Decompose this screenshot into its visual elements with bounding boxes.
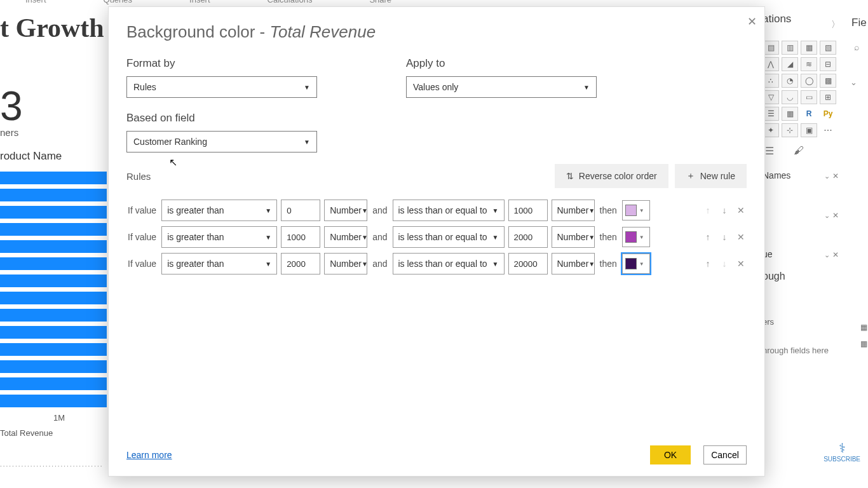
close-icon[interactable]: ✕ (747, 15, 757, 29)
rule-value-2-input[interactable] (508, 253, 548, 274)
rule-value-1-input[interactable] (281, 226, 320, 248)
move-rule-down-icon[interactable]: ↓ (719, 232, 730, 242)
caret-down-icon: ▼ (265, 261, 271, 268)
ribbon-chart-icon[interactable]: ≋ (801, 57, 817, 71)
rule-type-2-select[interactable]: Number▼ (552, 253, 595, 274)
collapse-pane-icon[interactable]: 〉 (831, 19, 840, 30)
format-tab-icon[interactable]: 🖌 (792, 144, 806, 158)
then-label: then (599, 259, 618, 269)
area-chart-icon[interactable]: ◢ (782, 57, 798, 71)
rule-color-picker[interactable]: ▼ (622, 227, 650, 247)
keep-all-filters-label: ers (763, 317, 839, 327)
caret-down-icon: ▼ (588, 234, 595, 241)
ribbon-group: Insert (25, 0, 46, 4)
ok-button[interactable]: OK (650, 445, 691, 464)
pie-icon[interactable]: ◔ (782, 74, 798, 88)
rule-operator-1-select[interactable]: is greater than▼ (161, 200, 277, 221)
rule-value-1-input[interactable] (281, 253, 320, 274)
caret-down-icon: ▼ (639, 234, 644, 240)
apply-to-select[interactable]: Values only▼ (406, 76, 597, 98)
caret-down-icon: ▼ (639, 261, 644, 267)
rule-operator-1-select[interactable]: is greater than▼ (161, 253, 277, 274)
r-visual-icon[interactable]: R (801, 107, 817, 121)
stacked-column-icon[interactable]: ▦ (801, 41, 817, 55)
more-visuals-icon[interactable]: ··· (820, 123, 836, 137)
chevron-down-icon[interactable]: ⌄ (850, 78, 857, 87)
clustered-column-icon[interactable]: ▧ (820, 41, 836, 55)
py-visual-icon[interactable]: Py (820, 107, 836, 121)
matrix-icon[interactable]: ▦ (782, 107, 798, 121)
move-rule-down-icon: ↓ (719, 259, 730, 269)
ribbon-groups: Insert Queries Insert Calculations Share (25, 0, 534, 4)
move-rule-down-icon[interactable]: ↓ (719, 205, 730, 215)
learn-more-link[interactable]: Learn more (126, 450, 172, 460)
card-icon[interactable]: ▭ (801, 90, 817, 104)
clustered-bar-icon[interactable]: ▥ (782, 41, 798, 55)
delete-rule-icon[interactable]: ✕ (735, 232, 747, 242)
caret-down-icon: ▼ (304, 84, 310, 91)
rule-row: If valueis greater than▼Number▼andis les… (126, 226, 747, 248)
apply-to-label: Apply to (406, 57, 597, 70)
report-title: t Growth (0, 13, 104, 43)
rule-operator-1-select[interactable]: is greater than▼ (161, 226, 277, 248)
caret-down-icon: ▼ (492, 207, 499, 214)
rule-value-1-input[interactable] (281, 200, 320, 221)
rule-type-2-select[interactable]: Number▼ (552, 200, 595, 221)
rule-color-picker[interactable]: ▼ (622, 254, 650, 274)
qa-icon[interactable]: ▣ (801, 123, 817, 137)
rule-value-2-input[interactable] (508, 226, 548, 248)
caret-down-icon: ▼ (265, 234, 271, 241)
reverse-color-order-button[interactable]: ⇅Reverse color order (555, 164, 668, 188)
remove-field-icon[interactable]: ✕ (832, 250, 839, 259)
format-by-label: Format by (126, 57, 317, 70)
rule-operator-2-select[interactable]: is less than or equal to▼ (393, 253, 505, 274)
format-by-select[interactable]: Rules▼ (126, 76, 317, 98)
move-rule-up-icon[interactable]: ↑ (702, 232, 714, 242)
caret-down-icon: ▼ (492, 234, 499, 241)
then-label: then (599, 232, 618, 242)
sort-icon: ⇅ (566, 171, 574, 181)
visualizations-pane-title: ations (763, 13, 839, 25)
treemap-icon[interactable]: ▩ (820, 74, 836, 88)
new-rule-button[interactable]: ＋New rule (675, 164, 747, 188)
rule-operator-2-select[interactable]: is less than or equal to▼ (393, 226, 505, 248)
table-icon[interactable]: ▦ (860, 323, 867, 332)
rule-color-picker[interactable]: ▼ (622, 200, 650, 220)
move-rule-up-icon[interactable]: ↑ (702, 259, 714, 269)
fields-pane-title: Fie (851, 17, 867, 29)
delete-rule-icon[interactable]: ✕ (735, 259, 747, 269)
multi-card-icon[interactable]: ⊞ (820, 90, 836, 104)
table-icon[interactable]: ▦ (860, 339, 867, 348)
caret-down-icon: ▼ (304, 139, 310, 146)
decomposition-icon[interactable]: ⊹ (782, 123, 798, 137)
donut-icon[interactable]: ◯ (801, 74, 817, 88)
axis-tick: 1M (53, 413, 65, 423)
search-icon[interactable]: ⌕ (854, 42, 859, 52)
kpi-label: ners (0, 127, 18, 138)
chevron-down-icon[interactable]: ⌄ (824, 172, 830, 180)
caret-down-icon: ▼ (588, 261, 595, 268)
based-on-field-select[interactable]: Customer Ranking▼ (126, 131, 317, 152)
waterfall-icon[interactable]: ⊟ (820, 57, 836, 71)
rule-operator-2-select[interactable]: is less than or equal to▼ (393, 200, 505, 221)
rule-type-2-select[interactable]: Number▼ (552, 226, 595, 248)
caret-down-icon: ▼ (362, 207, 368, 214)
rule-type-1-select[interactable]: Number▼ (324, 200, 367, 221)
caret-down-icon: ▼ (362, 234, 368, 241)
field-well-names: Names (763, 170, 790, 180)
remove-field-icon[interactable]: ✕ (832, 172, 839, 180)
delete-rule-icon[interactable]: ✕ (735, 205, 747, 215)
rule-value-2-input[interactable] (508, 200, 548, 221)
cancel-button[interactable]: Cancel (703, 445, 747, 464)
chevron-down-icon[interactable]: ⌄ (824, 251, 830, 259)
gauge-icon[interactable]: ◡ (782, 90, 798, 104)
rule-type-1-select[interactable]: Number▼ (324, 226, 367, 248)
remove-field-icon[interactable]: ✕ (832, 211, 839, 220)
caret-down-icon: ▼ (362, 261, 368, 268)
rule-type-1-select[interactable]: Number▼ (324, 253, 367, 274)
bar-chart (0, 172, 107, 412)
axis-title: Total Revenue (0, 428, 53, 438)
rule-row: If valueis greater than▼Number▼andis les… (126, 200, 747, 221)
chevron-down-icon[interactable]: ⌄ (824, 212, 830, 219)
caret-down-icon: ▼ (639, 208, 644, 214)
